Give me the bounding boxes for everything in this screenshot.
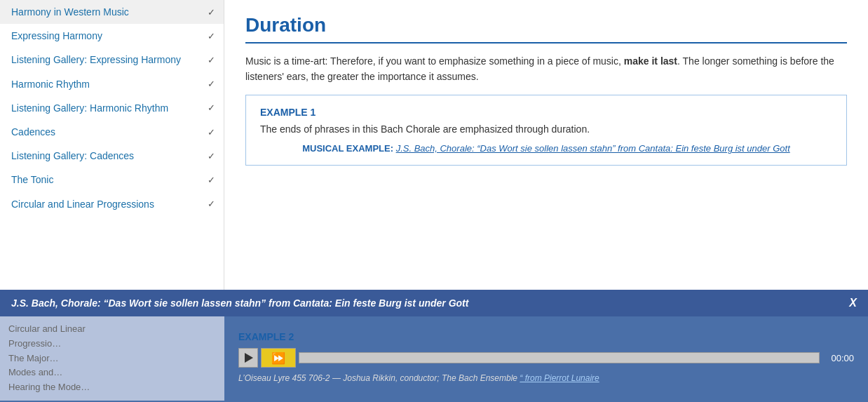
sidebar-link-tonic[interactable]: The Tonic [11,174,53,185]
media-sidebar-overlay: Circular and Linear Progressio… The Majo… [0,316,224,401]
play-icon [245,353,253,363]
attribution-link[interactable]: “ from Pierrot Lunaire [520,373,599,383]
sidebar-nav: Harmony in Western Music ✓ Expressing Ha… [0,0,224,216]
sidebar-link-lg-expressing[interactable]: Listening Gallery: Expressing Harmony [11,54,181,65]
musical-example-1: MUSICAL EXAMPLE: J.S. Bach, Chorale: “Da… [260,143,832,154]
overlay-item-4: Hearing the Mode… [8,380,216,395]
attribution-text: L’Oiseau Lyre 455 706-2 — Joshua Rikkin,… [238,373,854,386]
sidebar-link-circular[interactable]: Circular and Linear Progressions [11,199,154,210]
musical-example-link[interactable]: J.S. Bach, Chorale: “Das Wort sie sollen… [396,143,790,154]
check-icon-lg-cadences: ✓ [208,151,215,161]
example-1-box: EXAMPLE 1 The ends of phrases in this Ba… [245,95,847,166]
overlay-item-3: Modes and… [8,366,216,380]
sidebar-item-expressing[interactable]: Expressing Harmony ✓ [0,24,224,48]
overlay-item-0: Circular and Linear [8,322,216,337]
check-icon-cadences: ✓ [208,127,215,138]
overlay-item-1: Progressio… [8,337,216,351]
overlay-item-2: The Major… [8,351,216,366]
example-1-label: EXAMPLE 1 [260,107,832,118]
intro-text-start: Music is a time-art: Therefore, if you w… [245,55,624,67]
fast-forward-icon: ⏩ [271,351,285,365]
media-body: Circular and Linear Progressio… The Majo… [0,316,868,401]
intro-bold: make it last [624,55,677,67]
check-icon-circular: ✓ [208,199,215,209]
sidebar-link-harmony-western[interactable]: Harmony in Western Music [11,6,129,18]
media-player-overlay: J.S. Bach, Chorale: “Das Wort sie sollen… [0,290,868,402]
check-icon-harmonic-rhythm: ✓ [208,79,215,89]
sidebar-link-harmonic-rhythm[interactable]: Harmonic Rhythm [11,79,90,90]
sidebar-item-circular[interactable]: Circular and Linear Progressions ✓ [0,192,224,216]
media-title: J.S. Bach, Chorale: “Das Wort sie sollen… [11,297,468,309]
check-icon-expressing: ✓ [208,31,215,41]
sidebar-item-lg-cadences[interactable]: Listening Gallery: Cadences ✓ [0,144,224,168]
progress-bar[interactable] [299,352,820,363]
time-display: 00:00 [822,353,854,363]
example-1-description: The ends of phrases in this Bach Chorale… [260,123,832,135]
musical-example-label: MUSICAL EXAMPLE: [302,143,393,154]
sidebar-item-tonic[interactable]: The Tonic ✓ [0,168,224,192]
intro-paragraph: Music is a time-art: Therefore, if you w… [245,53,847,85]
check-icon-lg-harmonic: ✓ [208,102,215,113]
player-controls: ⏩ 00:00 [238,348,854,368]
media-title-bar: J.S. Bach, Chorale: “Das Wort sie sollen… [0,290,868,316]
sidebar-item-harmonic-rhythm[interactable]: Harmonic Rhythm ✓ [0,72,224,96]
sidebar-link-cadences[interactable]: Cadences [11,126,55,138]
media-player-area: EXAMPLE 2 ⏩ 00:00 L’Oiseau Lyre 455 706-… [224,316,868,401]
example-2-label: EXAMPLE 2 [238,331,854,342]
play-button[interactable] [238,348,258,368]
fast-forward-button[interactable]: ⏩ [261,348,296,368]
check-icon-harmony-western: ✓ [208,7,215,18]
sidebar-item-lg-harmonic[interactable]: Listening Gallery: Harmonic Rhythm ✓ [0,96,224,120]
sidebar-link-expressing[interactable]: Expressing Harmony [11,30,102,41]
media-close-button[interactable]: X [849,297,857,309]
check-icon-lg-expressing: ✓ [208,55,215,65]
check-icon-tonic: ✓ [208,175,215,185]
sidebar-item-cadences[interactable]: Cadences ✓ [0,120,224,144]
sidebar-link-lg-cadences[interactable]: Listening Gallery: Cadences [11,150,134,161]
sidebar-item-lg-expressing[interactable]: Listening Gallery: Expressing Harmony ✓ [0,48,224,72]
sidebar-link-lg-harmonic[interactable]: Listening Gallery: Harmonic Rhythm [11,102,168,114]
sidebar-item-harmony-western[interactable]: Harmony in Western Music ✓ [0,0,224,24]
page-title: Duration [245,14,847,43]
attribution-main: L’Oiseau Lyre 455 706-2 — Joshua Rikkin,… [238,373,517,383]
